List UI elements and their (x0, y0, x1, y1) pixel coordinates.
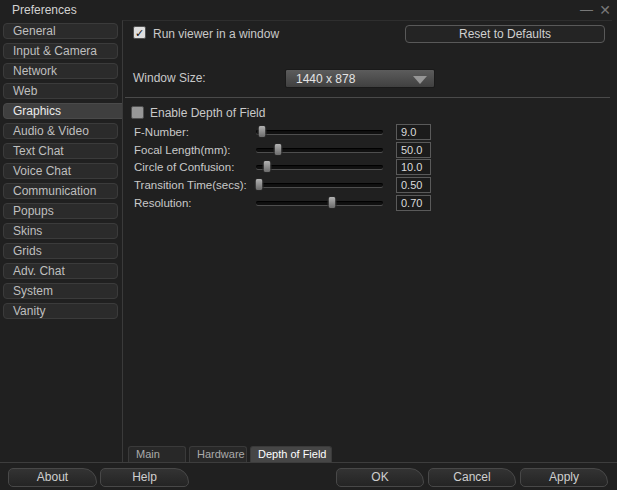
tab-hardware[interactable]: Hardware (189, 446, 247, 462)
focal-length-slider[interactable] (256, 148, 383, 152)
slider-thumb[interactable] (258, 125, 267, 138)
resolution-value[interactable]: 0.70 (396, 195, 431, 211)
run-viewer-checkbox[interactable]: ✓ (133, 26, 146, 39)
slider-thumb[interactable] (328, 196, 337, 209)
transition-time-label: Transition Time(secs): (134, 177, 247, 193)
f-number-value[interactable]: 9.0 (396, 124, 431, 140)
preferences-window: Preferences — ✕ General Input & Camera N… (0, 0, 617, 490)
focal-length-label: Focal Length(mm): (134, 142, 231, 158)
window-size-label: Window Size: (133, 71, 206, 85)
f-number-label: F-Number: (134, 124, 189, 140)
circle-confusion-value[interactable]: 10.0 (396, 159, 431, 175)
sidebar-item-general[interactable]: General (3, 23, 118, 39)
sidebar-item-graphics[interactable]: Graphics (3, 103, 123, 119)
sidebar-item-system[interactable]: System (3, 283, 118, 299)
run-viewer-label: Run viewer in a window (153, 27, 279, 41)
minimize-icon[interactable]: — (580, 2, 593, 18)
sidebar-item-input-camera[interactable]: Input & Camera (3, 43, 118, 59)
resolution-label: Resolution: (134, 195, 192, 211)
enable-dof-checkbox[interactable] (131, 106, 144, 119)
sidebar-item-popups[interactable]: Popups (3, 203, 118, 219)
transition-time-value[interactable]: 0.50 (396, 177, 431, 193)
close-icon[interactable]: ✕ (599, 2, 611, 18)
sidebar-item-network[interactable]: Network (3, 63, 118, 79)
cancel-button[interactable]: Cancel (428, 468, 516, 487)
slider-thumb[interactable] (254, 178, 263, 191)
window-size-dropdown[interactable]: 1440 x 878 (285, 69, 435, 88)
sidebar-item-text-chat[interactable]: Text Chat (3, 143, 118, 159)
sidebar-item-voice-chat[interactable]: Voice Chat (3, 163, 118, 179)
reset-to-defaults-button[interactable]: Reset to Defaults (405, 25, 605, 43)
chevron-down-icon (413, 76, 427, 84)
window-size-value: 1440 x 878 (296, 72, 355, 86)
transition-time-slider[interactable] (256, 183, 383, 187)
sidebar-item-adv-chat[interactable]: Adv. Chat (3, 263, 118, 279)
sidebar-item-communication[interactable]: Communication (3, 183, 118, 199)
apply-button[interactable]: Apply (520, 468, 608, 487)
focal-length-value[interactable]: 50.0 (396, 142, 431, 158)
sidebar-item-vanity[interactable]: Vanity (3, 303, 118, 319)
sidebar-item-skins[interactable]: Skins (3, 223, 118, 239)
slider-thumb[interactable] (273, 143, 282, 156)
sidebar-item-audio-video[interactable]: Audio & Video (3, 123, 118, 139)
resolution-slider[interactable] (256, 201, 383, 205)
help-button[interactable]: Help (100, 468, 189, 487)
footer-divider (0, 462, 617, 463)
window-title: Preferences (12, 3, 77, 17)
tab-depth-of-field[interactable]: Depth of Field (250, 446, 332, 462)
f-number-slider[interactable] (256, 130, 383, 134)
ok-button[interactable]: OK (336, 468, 424, 487)
circle-confusion-slider[interactable] (256, 165, 383, 169)
circle-confusion-label: Circle of Confusion: (134, 159, 234, 175)
about-button[interactable]: About (8, 468, 97, 487)
enable-dof-label: Enable Depth of Field (150, 106, 265, 120)
section-divider (125, 97, 610, 98)
tab-main[interactable]: Main (128, 446, 186, 462)
sidebar-item-grids[interactable]: Grids (3, 243, 118, 259)
sidebar-item-web[interactable]: Web (3, 83, 118, 99)
slider-thumb[interactable] (263, 160, 272, 173)
